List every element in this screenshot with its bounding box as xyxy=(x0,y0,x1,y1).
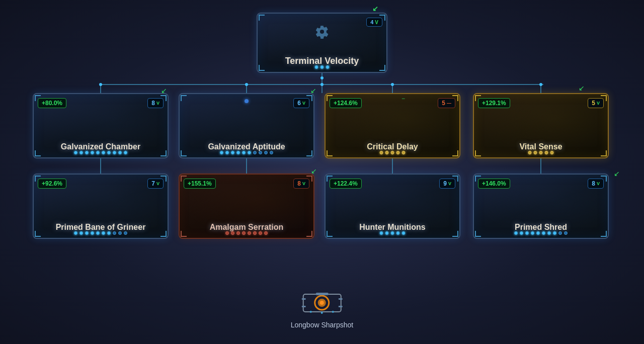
rank-badge: 5— xyxy=(438,98,455,108)
svg-point-35 xyxy=(332,311,334,313)
svg-point-16 xyxy=(320,76,324,79)
stat-badge: +124.6% xyxy=(330,98,362,108)
rank-badge: 8V xyxy=(588,179,604,189)
mod-card-galvanized-chamber[interactable]: +80.0% 8V Galvanized Chamber xyxy=(33,93,169,158)
svg-rect-32 xyxy=(315,293,328,295)
rank-dots xyxy=(514,231,568,235)
rank-dots xyxy=(380,151,406,154)
svg-rect-30 xyxy=(338,298,342,300)
gear-icon xyxy=(315,25,329,39)
stat-badge: +146.0% xyxy=(478,179,510,189)
rank-dots xyxy=(74,151,127,154)
svg-point-12 xyxy=(245,83,248,86)
svg-point-13 xyxy=(320,83,324,86)
rank-dots xyxy=(225,231,268,235)
stat-badge: +155.1% xyxy=(184,179,216,189)
longbow-icon xyxy=(300,284,343,317)
rank-badge: 5V xyxy=(588,98,604,108)
rank-dots xyxy=(220,151,273,154)
svg-rect-29 xyxy=(301,306,305,307)
svg-point-33 xyxy=(309,311,311,313)
weapon-name: Longbow Sharpshot xyxy=(291,321,354,329)
rank-dots xyxy=(74,231,127,235)
stat-badge: +92.6% xyxy=(38,179,66,189)
mod-card-vital-sense[interactable]: +129.1% 5V Vital Sense xyxy=(473,93,609,158)
svg-point-11 xyxy=(99,83,102,86)
svg-point-27 xyxy=(319,301,324,305)
rank-badge: 8V xyxy=(293,179,309,189)
svg-text:↙: ↙ xyxy=(372,5,378,13)
mod-card-primed-shred[interactable]: +146.0% 8V Primed Shred xyxy=(473,174,609,239)
mod-card-critical-delay[interactable]: +124.6% 5— Critical Delay xyxy=(325,93,460,158)
mod-card-amalgam-serration[interactable]: +155.1% 8V Amalgam Serration xyxy=(179,174,314,239)
rank-badge: 8V xyxy=(147,98,164,108)
rank-badge: 9V xyxy=(439,179,455,189)
mod-card-primed-bane-grineer[interactable]: +92.6% 7V Primed Bane of Grineer xyxy=(33,174,169,239)
svg-point-14 xyxy=(391,83,394,86)
mod-card-hunter-munitions[interactable]: +122.4% 9V Hunter Munitions xyxy=(325,174,460,239)
rank-badge: 6V xyxy=(293,98,309,108)
rank-badge: 7V xyxy=(147,179,164,189)
svg-point-15 xyxy=(539,83,542,86)
mod-card-galvanized-aptitude[interactable]: 6V Galvanized Aptitude xyxy=(179,93,314,158)
weapon-logo: Longbow Sharpshot xyxy=(291,284,354,329)
rank-badge: 4V xyxy=(366,18,382,27)
rank-dots xyxy=(528,151,554,154)
rank-dots xyxy=(315,65,330,69)
svg-rect-28 xyxy=(301,298,305,300)
stat-badge: +80.0% xyxy=(38,98,66,108)
mod-card-terminal-velocity[interactable]: 4V Terminal Velocity xyxy=(257,13,387,73)
rank-dots xyxy=(380,231,406,235)
polarity-dot xyxy=(245,99,249,103)
stat-badge: +122.4% xyxy=(330,179,362,189)
stat-badge: +129.1% xyxy=(478,98,510,108)
svg-rect-31 xyxy=(338,306,342,307)
svg-text:↙: ↙ xyxy=(614,169,620,178)
svg-text:↙: ↙ xyxy=(579,84,585,92)
svg-point-34 xyxy=(320,312,323,314)
